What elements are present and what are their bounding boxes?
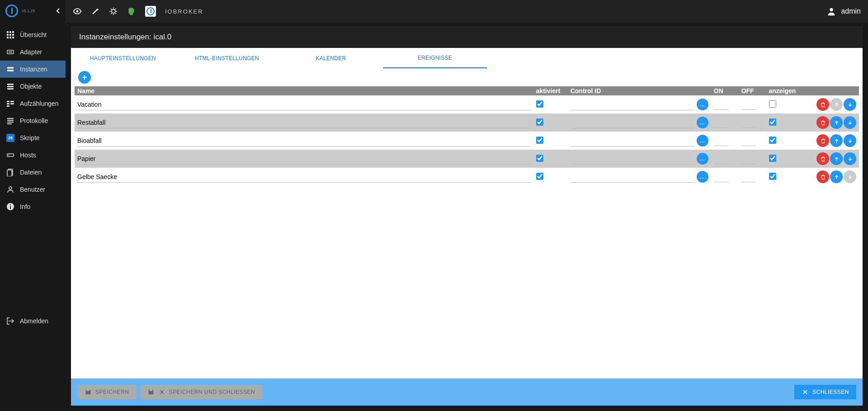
delete-button[interactable] xyxy=(816,98,829,111)
control-id-input[interactable] xyxy=(571,117,695,128)
move-down-button[interactable] xyxy=(844,134,856,147)
browse-id-button[interactable]: ... xyxy=(697,99,708,110)
svg-rect-8 xyxy=(12,37,14,38)
event-name-input[interactable] xyxy=(77,153,531,165)
tab-main-settings[interactable]: HAUPTEINSTELLUNGEN xyxy=(71,48,175,68)
display-checkbox[interactable] xyxy=(769,118,776,126)
sidebar-item-info[interactable]: Info xyxy=(0,198,66,215)
move-up-button xyxy=(830,98,843,111)
browse-id-button[interactable]: ... xyxy=(697,171,708,183)
wrench-icon[interactable] xyxy=(91,7,100,16)
sidebar-item-logout[interactable]: Abmelden xyxy=(0,312,66,330)
trash-icon xyxy=(820,102,826,108)
move-up-button[interactable] xyxy=(830,170,843,183)
add-event-button[interactable]: + xyxy=(78,71,91,84)
on-value-input[interactable] xyxy=(714,153,728,164)
save-close-button-label: SPEICHERN UND SCHLIESSEN xyxy=(169,389,255,395)
display-checkbox[interactable] xyxy=(769,173,776,180)
save-button[interactable]: SPEICHERN xyxy=(77,385,137,399)
brand-logo-icon xyxy=(145,6,156,17)
move-down-button[interactable] xyxy=(844,98,856,111)
delete-button[interactable] xyxy=(816,134,829,147)
off-value-input[interactable] xyxy=(741,117,756,128)
close-button[interactable]: SCHLIESSEN xyxy=(794,385,856,399)
col-control-id: Control ID xyxy=(568,86,711,95)
footer-bar: SPEICHERN SPEICHERN UND SCHLIESSEN SCHLI… xyxy=(71,378,863,406)
adapter-icon xyxy=(6,48,14,56)
enabled-checkbox[interactable] xyxy=(536,137,543,144)
off-value-input[interactable] xyxy=(741,99,756,110)
display-checkbox[interactable] xyxy=(769,100,776,108)
delete-button[interactable] xyxy=(816,170,829,183)
arrow-down-icon xyxy=(847,174,853,180)
svg-rect-17 xyxy=(10,101,14,102)
move-down-button[interactable] xyxy=(844,116,856,129)
off-value-input[interactable] xyxy=(741,171,756,182)
move-down-button[interactable] xyxy=(844,152,856,165)
event-name-input[interactable] xyxy=(77,99,531,110)
on-value-input[interactable] xyxy=(714,117,728,128)
sidebar-item-enums[interactable]: Aufzählungen xyxy=(0,95,66,112)
grid-icon xyxy=(6,31,14,39)
enabled-checkbox[interactable] xyxy=(536,155,543,162)
move-up-button[interactable] xyxy=(830,134,843,147)
control-id-input[interactable] xyxy=(571,153,695,165)
move-up-button[interactable] xyxy=(830,116,843,129)
logo-icon xyxy=(5,5,18,17)
event-name-input[interactable] xyxy=(77,171,531,183)
browse-id-button[interactable]: ... xyxy=(697,117,708,128)
brightness-icon[interactable] xyxy=(109,7,118,16)
collapse-sidebar-icon[interactable] xyxy=(56,8,60,14)
sidebar-item-instances[interactable]: Instanzen xyxy=(0,61,66,78)
table-row: ... xyxy=(75,113,859,132)
svg-rect-1 xyxy=(9,31,11,33)
sidebar-item-objects[interactable]: Objekte xyxy=(0,78,66,95)
on-value-input[interactable] xyxy=(714,99,728,110)
control-id-input[interactable] xyxy=(571,135,695,146)
users-icon xyxy=(6,185,14,194)
sidebar-item-adapter[interactable]: Adapter xyxy=(0,43,66,61)
sidebar-item-hosts[interactable]: Hosts xyxy=(0,146,66,164)
display-checkbox[interactable] xyxy=(769,155,776,162)
sidebar-item-logs[interactable]: Protokolle xyxy=(0,112,66,129)
enabled-checkbox[interactable] xyxy=(536,173,543,180)
control-id-input[interactable] xyxy=(571,99,695,110)
arrow-up-icon xyxy=(834,156,840,162)
on-value-input[interactable] xyxy=(714,171,728,182)
col-display: anzeigen xyxy=(766,86,805,95)
version-label: v5.1.25 xyxy=(22,9,35,13)
sidebar-item-users[interactable]: Benutzer xyxy=(0,181,66,198)
svg-rect-19 xyxy=(10,103,14,104)
sidebar-item-overview[interactable]: Übersicht xyxy=(0,26,66,43)
user-label: admin xyxy=(841,7,861,15)
head-icon[interactable] xyxy=(127,7,136,16)
delete-button[interactable] xyxy=(816,116,829,129)
tab-events[interactable]: EREIGNISSE xyxy=(383,48,487,68)
move-down-button xyxy=(844,170,856,183)
sidebar-item-files[interactable]: Dateien xyxy=(0,164,66,181)
move-up-button[interactable] xyxy=(830,152,843,165)
enabled-checkbox[interactable] xyxy=(536,100,543,108)
browse-id-button[interactable]: ... xyxy=(697,153,708,165)
page-title: Instanzeinstellungen: ical.0 xyxy=(71,26,863,48)
display-checkbox[interactable] xyxy=(769,137,776,144)
tab-html-settings[interactable]: HTML-EINSTELLUNGEN xyxy=(175,48,279,68)
delete-button[interactable] xyxy=(816,152,829,165)
visibility-icon[interactable] xyxy=(73,7,82,16)
tab-calendar[interactable]: KALENDER xyxy=(279,48,383,68)
off-value-input[interactable] xyxy=(741,153,756,164)
event-name-input[interactable] xyxy=(77,117,531,128)
table-header-row: Name aktiviert Control ID ON OFF anzeige… xyxy=(75,86,859,95)
user-section[interactable]: admin xyxy=(826,6,861,16)
save-close-button[interactable]: SPEICHERN UND SCHLIESSEN xyxy=(140,385,263,399)
control-id-input[interactable] xyxy=(571,171,695,183)
sidebar-item-label: Aufzählungen xyxy=(20,100,59,107)
off-value-input[interactable] xyxy=(741,135,756,146)
close-icon xyxy=(158,388,165,396)
on-value-input[interactable] xyxy=(714,135,728,146)
enabled-checkbox[interactable] xyxy=(536,118,543,126)
event-name-input[interactable] xyxy=(77,135,531,146)
browse-id-button[interactable]: ... xyxy=(697,135,708,146)
sidebar-item-scripts[interactable]: JS Skripte xyxy=(0,129,66,146)
instances-icon xyxy=(6,65,14,73)
